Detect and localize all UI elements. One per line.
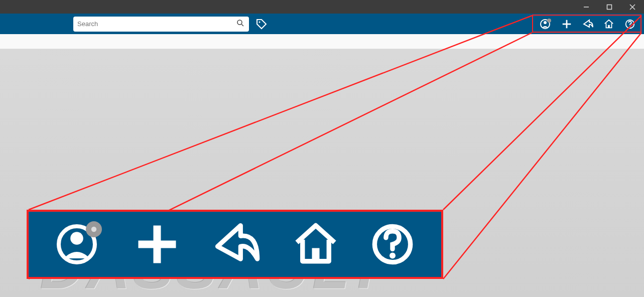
window-minimize-button[interactable] <box>575 0 598 14</box>
window-maximize-button[interactable] <box>598 0 621 14</box>
zoom-callout-panel <box>27 210 443 279</box>
svg-rect-21 <box>312 248 320 261</box>
topbar-right-group <box>536 14 640 34</box>
topbar <box>0 14 644 34</box>
svg-point-6 <box>259 21 261 23</box>
window-close-button[interactable] <box>621 0 644 14</box>
home-button[interactable] <box>602 17 616 31</box>
zoom-add-button[interactable] <box>135 222 180 267</box>
profile-button[interactable] <box>539 17 553 31</box>
window-titlebar <box>0 0 644 14</box>
zoom-share-button[interactable] <box>211 219 262 269</box>
svg-point-16 <box>70 232 83 245</box>
add-button[interactable] <box>560 17 574 31</box>
svg-point-14 <box>629 26 630 27</box>
sub-toolbar <box>0 34 644 49</box>
svg-point-23 <box>390 253 396 259</box>
search-input[interactable] <box>77 20 236 28</box>
svg-point-18 <box>91 227 96 232</box>
tag-button[interactable] <box>254 17 269 32</box>
share-button[interactable] <box>581 17 595 31</box>
svg-rect-12 <box>608 25 610 28</box>
svg-point-8 <box>544 21 547 24</box>
search-box[interactable] <box>73 17 249 32</box>
svg-line-5 <box>241 24 243 26</box>
svg-rect-1 <box>607 5 612 9</box>
zoom-home-button[interactable] <box>293 222 338 267</box>
zoom-help-button[interactable] <box>370 222 415 267</box>
zoom-profile-button[interactable] <box>55 220 103 268</box>
svg-point-4 <box>237 20 242 25</box>
search-icon[interactable] <box>236 19 245 30</box>
svg-point-9 <box>547 19 551 23</box>
help-button[interactable] <box>623 17 637 31</box>
